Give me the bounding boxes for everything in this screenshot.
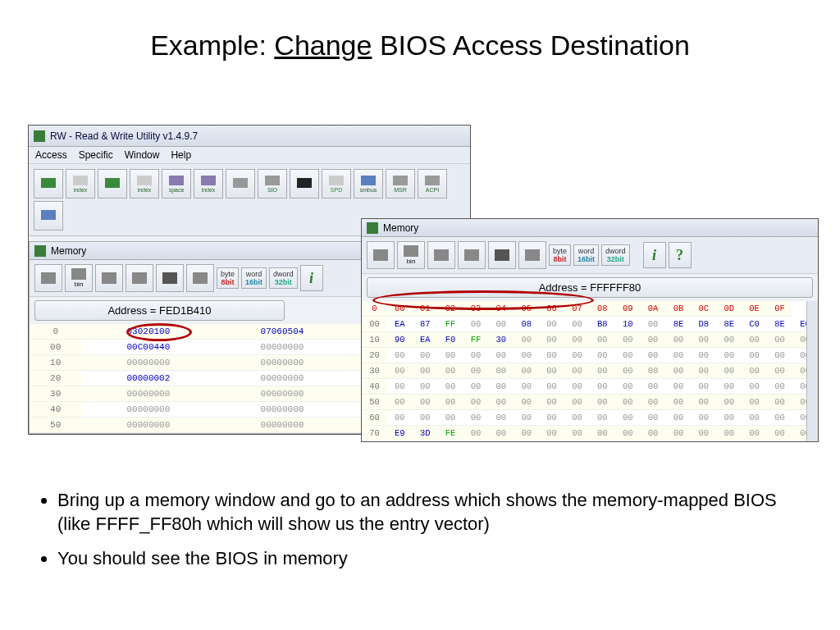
menubar: Access Specific Window Help (29, 147, 470, 164)
binoculars-icon[interactable] (488, 241, 516, 269)
toolbar-btn[interactable] (34, 169, 63, 199)
annotation-circle (372, 290, 594, 310)
toolbar-btn[interactable] (34, 201, 63, 231)
help-icon[interactable]: ? (669, 242, 692, 268)
save-icon[interactable] (367, 241, 395, 269)
toolbar-btn[interactable]: smbus (354, 169, 383, 199)
scrollbar[interactable] (806, 301, 818, 441)
word-size-btn[interactable]: word16bit (573, 244, 599, 266)
tool-icon[interactable] (186, 264, 214, 292)
dword-size-btn[interactable]: dword32bit (601, 244, 630, 266)
save-icon[interactable] (34, 264, 62, 292)
toolbar-btn[interactable]: space (162, 169, 191, 199)
dword-size-btn[interactable]: dword32bit (269, 267, 298, 289)
bin-icon[interactable]: bin (65, 264, 93, 292)
bullet-list: Bring up a memory window and go to an ad… (41, 489, 796, 582)
memory-icon (34, 245, 46, 257)
slide-title: Example: Change BIOS Access Destination (0, 30, 840, 62)
memory-window-2: Memory bin byte8bit word16bit dword32bit… (361, 218, 819, 442)
byte-size-btn[interactable]: byte8bit (549, 244, 571, 266)
tool-icon[interactable] (95, 264, 123, 292)
address-button[interactable]: Address = FED1B410 (34, 300, 285, 321)
toolbar-btn[interactable] (98, 169, 127, 199)
toolbar-btn[interactable]: SPD (322, 169, 351, 199)
toolbar-btn[interactable] (290, 169, 319, 199)
tool-icon[interactable] (518, 241, 546, 269)
memory-toolbar-2: bin byte8bit word16bit dword32bit i ? (362, 237, 818, 274)
bullet-2: You should see the BIOS in memory (57, 547, 796, 571)
toolbar-btn[interactable]: SIO (258, 169, 287, 199)
word-size-btn[interactable]: word16bit (241, 267, 267, 289)
memory-icon (367, 222, 378, 234)
tool-icon[interactable] (427, 241, 455, 269)
toolbar-btn[interactable]: index (194, 169, 223, 199)
window-title: RW - Read & Write Utility v1.4.9.7 (50, 130, 198, 142)
menu-access[interactable]: Access (35, 149, 67, 161)
binoculars-icon[interactable] (156, 264, 184, 292)
toolbar-btn[interactable]: index (66, 169, 95, 199)
menu-specific[interactable]: Specific (79, 149, 113, 161)
tool-icon[interactable] (126, 264, 153, 292)
bin-icon[interactable]: bin (397, 241, 425, 269)
info-icon[interactable]: i (300, 265, 323, 291)
toolbar-btn[interactable]: MSR (386, 169, 415, 199)
toolbar-btn[interactable]: ACPI (418, 169, 447, 199)
toolbar-btn[interactable] (226, 169, 255, 199)
info-icon[interactable]: i (643, 242, 666, 268)
app-icon (34, 130, 45, 142)
bullet-1: Bring up a memory window and go to an ad… (57, 489, 796, 536)
titlebar[interactable]: RW - Read & Write Utility v1.4.9.7 (29, 126, 470, 147)
byte-size-btn[interactable]: byte8bit (217, 267, 239, 289)
menu-help[interactable]: Help (171, 149, 191, 161)
toolbar-btn[interactable]: index (130, 169, 159, 199)
annotation-circle (126, 323, 192, 341)
tool-icon[interactable] (458, 241, 486, 269)
menu-window[interactable]: Window (125, 149, 160, 161)
memory-table-2: 0000102030405060708090A0B0C0D0E0F00EA87F… (362, 301, 818, 441)
memory-titlebar-2[interactable]: Memory (362, 219, 818, 237)
